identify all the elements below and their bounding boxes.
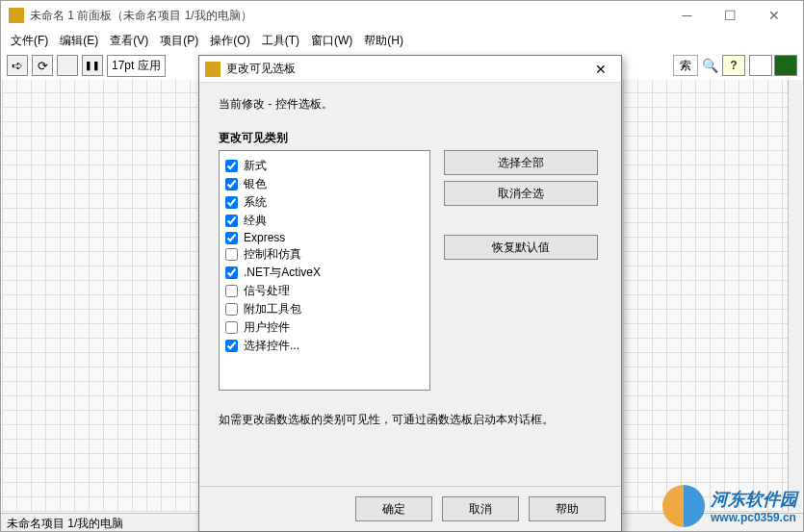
category-label: 附加工具包 (244, 301, 301, 317)
context-help-button[interactable]: ? (722, 55, 745, 76)
category-checkbox[interactable] (225, 285, 238, 297)
dialog-footer: 确定 取消 帮助 (199, 486, 621, 531)
vertical-scrollbar[interactable] (788, 80, 802, 512)
category-checkbox[interactable] (225, 215, 238, 227)
category-item[interactable]: Express (225, 230, 424, 245)
category-item[interactable]: 经典 (225, 212, 424, 230)
hint-text: 如需更改函数选板的类别可见性，可通过函数选板启动本对话框。 (219, 412, 602, 428)
category-checkbox[interactable] (225, 178, 238, 190)
category-checkbox[interactable] (225, 303, 238, 316)
change-visible-palettes-dialog: 更改可见选板 ✕ 当前修改 - 控件选板。 更改可见类别 新式银色系统经典Exp… (198, 55, 622, 532)
select-all-button[interactable]: 选择全部 (444, 150, 598, 175)
current-modify-label: 当前修改 - 控件选板。 (219, 96, 602, 113)
category-item[interactable]: .NET与ActiveX (225, 264, 424, 282)
menubar: 文件(F) 编辑(E) 查看(V) 项目(P) 操作(O) 工具(T) 窗口(W… (1, 30, 803, 51)
run-continuous-button[interactable] (32, 55, 53, 76)
category-item[interactable]: 信号处理 (225, 282, 424, 300)
main-window: 未命名 1 前面板（未命名项目 1/我的电脑） ─ ☐ ✕ 文件(F) 编辑(E… (0, 0, 804, 532)
category-item[interactable]: 新式 (225, 157, 424, 175)
app-icon (9, 8, 24, 23)
minimize-button[interactable]: ─ (665, 2, 709, 29)
category-label: 经典 (244, 213, 267, 229)
menu-window[interactable]: 窗口(W) (305, 31, 358, 51)
menu-tools[interactable]: 工具(T) (256, 31, 305, 51)
category-label: Express (244, 231, 285, 244)
category-checkbox[interactable] (225, 248, 238, 261)
category-label: 信号处理 (244, 283, 290, 299)
menu-view[interactable]: 查看(V) (104, 31, 154, 51)
category-item[interactable]: 附加工具包 (225, 300, 424, 318)
category-checkbox[interactable] (225, 340, 238, 352)
help-button[interactable]: 帮助 (529, 496, 606, 521)
menu-operate[interactable]: 操作(O) (204, 31, 255, 51)
category-listbox[interactable]: 新式银色系统经典Express控制和仿真.NET与ActiveX信号处理附加工具… (219, 150, 430, 391)
dialog-title: 更改可见选板 (226, 61, 586, 77)
titlebar: 未命名 1 前面板（未命名项目 1/我的电脑） ─ ☐ ✕ (1, 1, 803, 30)
restore-default-button[interactable]: 恢复默认值 (444, 235, 598, 260)
category-label: 银色 (244, 176, 267, 192)
close-button[interactable]: ✕ (752, 2, 795, 29)
cancel-button[interactable]: 取消 (442, 496, 519, 521)
window-title: 未命名 1 前面板（未命名项目 1/我的电脑） (30, 8, 665, 24)
category-label: .NET与ActiveX (244, 265, 321, 281)
category-item[interactable]: 用户控件 (225, 318, 424, 337)
run-button[interactable] (7, 55, 28, 76)
menu-project[interactable]: 项目(P) (154, 31, 204, 51)
connector-pane-icon[interactable] (749, 55, 772, 76)
category-checkbox[interactable] (225, 160, 238, 172)
menu-file[interactable]: 文件(F) (5, 31, 54, 51)
category-item[interactable]: 银色 (225, 175, 424, 193)
vi-icon[interactable] (774, 55, 797, 76)
category-item[interactable]: 系统 (225, 193, 424, 212)
category-item[interactable]: 选择控件... (225, 337, 424, 355)
category-label: 新式 (244, 158, 267, 174)
category-label: 用户控件 (244, 319, 290, 336)
dialog-titlebar: 更改可见选板 ✕ (199, 56, 621, 83)
search-input[interactable]: 索 (673, 55, 698, 76)
category-label: 控制和仿真 (244, 246, 301, 263)
abort-button[interactable] (57, 55, 78, 76)
category-checkbox[interactable] (225, 196, 238, 209)
category-checkbox[interactable] (225, 232, 238, 244)
menu-help[interactable]: 帮助(H) (358, 31, 409, 51)
category-label: 选择控件... (244, 338, 299, 354)
search-icon[interactable]: 🔍 (702, 58, 718, 73)
ok-button[interactable]: 确定 (355, 496, 432, 521)
dialog-app-icon (205, 62, 220, 77)
category-label: 系统 (244, 194, 267, 211)
menu-edit[interactable]: 编辑(E) (54, 31, 104, 51)
category-item[interactable]: 控制和仿真 (225, 245, 424, 264)
font-selector[interactable]: 17pt 应用 (107, 55, 166, 77)
category-checkbox[interactable] (225, 321, 238, 334)
dialog-close-button[interactable]: ✕ (586, 62, 615, 77)
section-label: 更改可见类别 (219, 130, 602, 146)
deselect-all-button[interactable]: 取消全选 (444, 181, 598, 206)
pause-button[interactable] (82, 55, 103, 76)
category-checkbox[interactable] (225, 266, 238, 279)
maximize-button[interactable]: ☐ (709, 2, 752, 29)
